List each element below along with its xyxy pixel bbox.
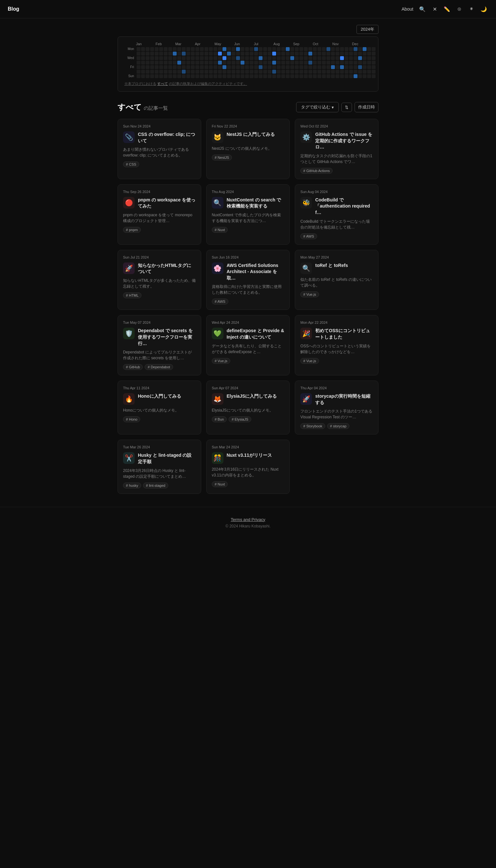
calendar-cell[interactable] — [259, 47, 263, 51]
calendar-cell[interactable] — [218, 56, 222, 60]
calendar-cell[interactable] — [168, 65, 172, 69]
calendar-cell[interactable] — [209, 61, 213, 65]
calendar-cell[interactable] — [173, 61, 177, 65]
calendar-cell[interactable] — [177, 47, 181, 51]
calendar-cell[interactable] — [299, 65, 303, 69]
calendar-cell[interactable] — [277, 61, 281, 65]
calendar-cell[interactable] — [286, 56, 290, 60]
calendar-cell[interactable] — [331, 52, 335, 56]
calendar-cell[interactable] — [164, 52, 168, 56]
calendar-cell[interactable] — [344, 61, 348, 65]
calendar-cell[interactable] — [141, 70, 145, 74]
calendar-cell[interactable] — [304, 47, 308, 51]
calendar-cell[interactable] — [358, 70, 362, 74]
calendar-cell[interactable] — [241, 65, 245, 69]
calendar-cell[interactable] — [363, 52, 367, 56]
calendar-cell[interactable] — [326, 70, 330, 74]
calendar-cell[interactable] — [155, 47, 158, 51]
calendar-cell[interactable] — [349, 65, 353, 69]
calendar-cell[interactable] — [195, 56, 199, 60]
calendar-cell[interactable] — [372, 52, 375, 56]
article-tag[interactable]: lint-staged — [143, 483, 168, 488]
calendar-cell[interactable] — [326, 61, 330, 65]
calendar-cell[interactable] — [336, 56, 339, 60]
calendar-cell[interactable] — [259, 52, 263, 56]
calendar-cell[interactable] — [141, 74, 145, 78]
calendar-cell[interactable] — [326, 65, 330, 69]
article-tag[interactable]: Vue.js — [300, 358, 319, 364]
article-tag[interactable]: husky — [123, 483, 141, 488]
calendar-cell[interactable] — [232, 61, 235, 65]
calendar-cell[interactable] — [232, 74, 235, 78]
calendar-cell[interactable] — [222, 65, 226, 69]
calendar-cell[interactable] — [173, 65, 177, 69]
calendar-cell[interactable] — [286, 52, 290, 56]
calendar-cell[interactable] — [358, 56, 362, 60]
article-card[interactable]: Sun Apr 07 2024🦊ElysiaJSに入門してみるElysiaJSに… — [206, 381, 290, 435]
calendar-cell[interactable] — [354, 70, 357, 74]
calendar-cell[interactable] — [363, 61, 367, 65]
calendar-cell[interactable] — [141, 61, 145, 65]
calendar-cell[interactable] — [141, 56, 145, 60]
article-tag[interactable]: HTML — [123, 293, 141, 298]
calendar-cell[interactable] — [177, 70, 181, 74]
sort-icon-button[interactable]: ⇅ — [341, 102, 352, 112]
calendar-cell[interactable] — [281, 74, 285, 78]
calendar-cell[interactable] — [349, 56, 353, 60]
calendar-cell[interactable] — [277, 65, 281, 69]
calendar-cell[interactable] — [222, 47, 226, 51]
calendar-cell[interactable] — [195, 52, 199, 56]
article-card[interactable]: Tue May 07 2024🛡️Dependabot で secrets を使… — [118, 315, 201, 375]
calendar-cell[interactable] — [286, 61, 290, 65]
calendar-cell[interactable] — [168, 47, 172, 51]
calendar-cell[interactable] — [195, 70, 199, 74]
calendar-cell[interactable] — [200, 70, 204, 74]
calendar-cell[interactable] — [245, 70, 249, 74]
calendar-cell[interactable] — [313, 47, 317, 51]
calendar-cell[interactable] — [290, 61, 294, 65]
calendar-cell[interactable] — [268, 65, 272, 69]
calendar-cell[interactable] — [354, 61, 357, 65]
calendar-cell[interactable] — [173, 56, 177, 60]
calendar-cell[interactable] — [349, 74, 353, 78]
calendar-cell[interactable] — [232, 52, 235, 56]
calendar-cell[interactable] — [218, 74, 222, 78]
calendar-cell[interactable] — [177, 74, 181, 78]
calendar-cell[interactable] — [209, 70, 213, 74]
calendar-cell[interactable] — [317, 70, 321, 74]
calendar-cell[interactable] — [331, 47, 335, 51]
calendar-cell[interactable] — [245, 65, 249, 69]
calendar-cell[interactable] — [137, 61, 140, 65]
calendar-cell[interactable] — [150, 52, 154, 56]
calendar-cell[interactable] — [268, 70, 272, 74]
calendar-cell[interactable] — [313, 65, 317, 69]
calendar-cell[interactable] — [286, 70, 290, 74]
calendar-cell[interactable] — [191, 47, 195, 51]
article-tag[interactable]: Vue.js — [300, 291, 319, 297]
calendar-cell[interactable] — [227, 74, 231, 78]
calendar-cell[interactable] — [204, 65, 208, 69]
calendar-cell[interactable] — [173, 47, 177, 51]
calendar-cell[interactable] — [304, 74, 308, 78]
calendar-cell[interactable] — [236, 74, 240, 78]
calendar-cell[interactable] — [272, 61, 276, 65]
article-tag[interactable]: AWS — [300, 233, 317, 239]
calendar-cell[interactable] — [272, 52, 276, 56]
calendar-cell[interactable] — [250, 47, 253, 51]
calendar-cell[interactable] — [295, 47, 299, 51]
calendar-cell[interactable] — [222, 70, 226, 74]
article-card[interactable]: Tue Mar 26 2024✂️Husky と lint-staged の設定… — [118, 440, 201, 493]
calendar-cell[interactable] — [204, 61, 208, 65]
calendar-cell[interactable] — [155, 56, 158, 60]
twitter-icon[interactable]: ✕ — [430, 4, 439, 14]
calendar-cell[interactable] — [299, 52, 303, 56]
calendar-cell[interactable] — [340, 65, 344, 69]
calendar-cell[interactable] — [159, 70, 163, 74]
calendar-cell[interactable] — [349, 47, 353, 51]
calendar-cell[interactable] — [159, 56, 163, 60]
calendar-cell[interactable] — [331, 65, 335, 69]
rss-icon[interactable]: ◉ — [467, 4, 476, 14]
calendar-cell[interactable] — [227, 65, 231, 69]
calendar-cell[interactable] — [326, 52, 330, 56]
calendar-cell[interactable] — [322, 52, 326, 56]
